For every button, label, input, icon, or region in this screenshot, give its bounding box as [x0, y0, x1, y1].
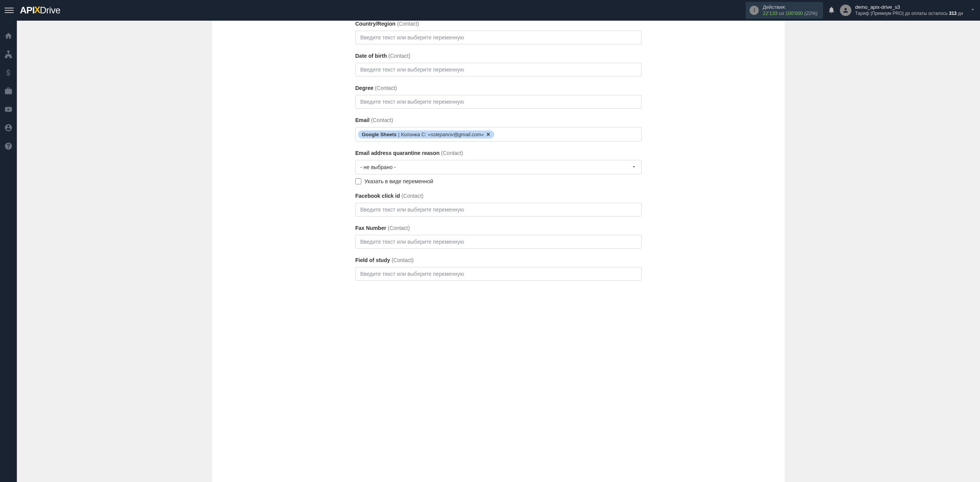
avatar-icon — [840, 5, 851, 16]
form-card: Country/Region (Contact) Date of birth (… — [212, 21, 785, 482]
logo-text-x: X — [34, 5, 41, 15]
sidebar-home[interactable] — [4, 31, 13, 41]
token-remove-icon[interactable]: ✕ — [486, 132, 490, 137]
field-country-region: Country/Region (Contact) — [355, 21, 642, 44]
field-label: Facebook click id (Contact) — [355, 193, 642, 199]
main-content-area: Country/Region (Contact) Date of birth (… — [17, 21, 980, 482]
home-icon — [4, 32, 13, 40]
select-value: - не выбрано - — [360, 164, 396, 170]
logo-text-drive: Drive — [40, 5, 60, 16]
field-facebook-click-id: Facebook click id (Contact) — [355, 193, 642, 217]
briefcase-icon — [4, 87, 13, 95]
fax-input[interactable] — [355, 235, 642, 249]
checkbox-label: Указать в виде переменной — [364, 178, 433, 184]
left-sidebar — [0, 21, 17, 482]
top-navigation-bar: APIXDrive i Действия: 22'133 из 100'000 … — [0, 0, 980, 21]
user-menu[interactable]: demo_apix-drive_s3 Тариф |Премиум PRO| д… — [840, 4, 975, 16]
action-quota-box[interactable]: i Действия: 22'133 из 100'000 (22%) — [746, 2, 823, 18]
quota-label: Действия: — [763, 4, 817, 10]
field-degree: Degree (Contact) — [355, 85, 642, 109]
email-input[interactable]: Google Sheets | Колонка C: «sstepanov@gm… — [355, 127, 642, 142]
field-label: Date of birth (Contact) — [355, 53, 642, 59]
fbclid-input[interactable] — [355, 203, 642, 217]
field-label: Field of study (Contact) — [355, 257, 642, 263]
field-field-of-study: Field of study (Contact) — [355, 257, 642, 281]
sidebar-integrations[interactable] — [4, 86, 13, 96]
quota-used: 22'133 — [763, 10, 777, 16]
chevron-down-icon — [970, 7, 975, 13]
field-label: Fax Number (Contact) — [355, 225, 642, 231]
sidebar-billing[interactable] — [4, 68, 13, 77]
sidebar-help[interactable] — [4, 142, 13, 151]
field-date-of-birth: Date of birth (Contact) — [355, 53, 642, 77]
help-icon — [4, 142, 13, 150]
svg-rect-0 — [7, 51, 10, 53]
chevron-down-icon — [631, 164, 637, 171]
field-fax-number: Fax Number (Contact) — [355, 225, 642, 249]
sidebar-videos[interactable] — [4, 105, 13, 114]
sidebar-connections[interactable] — [4, 50, 13, 59]
svg-rect-2 — [10, 56, 12, 58]
field-label: Country/Region (Contact) — [355, 21, 642, 27]
youtube-icon — [4, 105, 13, 114]
quota-percent: (22%) — [804, 10, 818, 16]
field-email-quarantine-reason: Email address quarantine reason (Contact… — [355, 150, 642, 184]
quarantine-variable-toggle: Указать в виде переменной — [355, 178, 642, 184]
user-name: demo_apix-drive_s3 — [855, 4, 963, 11]
user-plan: Тариф |Премиум PRO| до оплаты осталось 3… — [855, 11, 963, 17]
svg-rect-1 — [5, 56, 7, 58]
app-logo[interactable]: APIXDrive — [20, 5, 60, 16]
user-info: demo_apix-drive_s3 Тариф |Премиум PRO| д… — [855, 4, 963, 16]
sitemap-icon — [4, 50, 13, 59]
sidebar-account[interactable] — [4, 123, 13, 132]
quota-total: 100'000 — [786, 10, 803, 16]
quarantine-select[interactable]: - не выбрано - — [355, 160, 642, 174]
email-variable-token[interactable]: Google Sheets | Колонка C: «sstepanov@gm… — [358, 130, 494, 138]
notifications-button[interactable] — [828, 6, 835, 15]
field-label: Degree (Contact) — [355, 85, 642, 91]
field-label: Email address quarantine reason (Contact… — [355, 150, 642, 156]
info-icon: i — [750, 6, 759, 15]
country-input[interactable] — [355, 31, 642, 44]
bell-icon — [828, 6, 835, 14]
user-icon — [4, 124, 13, 132]
field-label: Email (Contact) — [355, 117, 642, 123]
quota-text: Действия: 22'133 из 100'000 (22%) — [763, 4, 817, 16]
quota-of: из — [779, 10, 784, 16]
variable-checkbox[interactable] — [355, 178, 361, 184]
dollar-icon — [4, 68, 13, 77]
logo-text-api: API — [20, 5, 35, 16]
degree-input[interactable] — [355, 95, 642, 109]
study-input[interactable] — [355, 267, 642, 281]
field-email: Email (Contact) Google Sheets | Колонка … — [355, 117, 642, 142]
menu-toggle-button[interactable] — [5, 6, 14, 15]
dob-input[interactable] — [355, 63, 642, 77]
